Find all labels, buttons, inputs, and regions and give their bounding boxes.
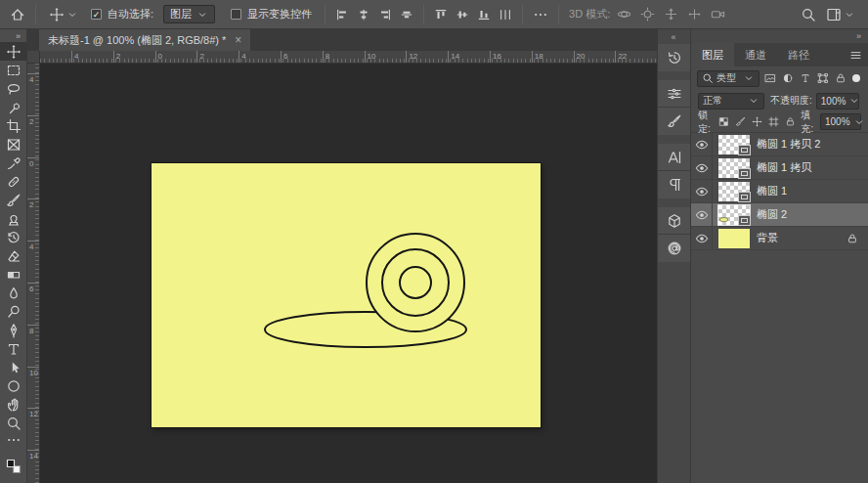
panel-tab-2[interactable]: 路径 <box>777 43 820 66</box>
move-tool-icon <box>49 7 65 22</box>
search-icon <box>702 72 714 84</box>
character-panel-button[interactable] <box>658 144 690 171</box>
align-right-icon[interactable] <box>378 8 392 22</box>
layer-visibility-toggle[interactable] <box>691 156 713 179</box>
brush-filter-icon[interactable] <box>734 115 748 129</box>
separator <box>35 5 36 24</box>
layer-filter-type-dropdown[interactable]: 类型 <box>697 70 760 87</box>
close-tab-icon[interactable]: × <box>235 34 241 46</box>
hand-tool[interactable] <box>0 395 26 414</box>
align-bottom-icon[interactable] <box>477 8 491 22</box>
glyphs-icon <box>667 241 682 256</box>
panel-tab-1[interactable]: 通道 <box>734 43 777 66</box>
layer-row[interactable]: 椭圆 2 <box>691 203 868 227</box>
pen-tool[interactable] <box>0 321 26 339</box>
halfcircle-filter-icon[interactable] <box>780 71 795 86</box>
search-icon[interactable] <box>801 7 816 22</box>
layer-visibility-toggle[interactable] <box>691 180 713 202</box>
zoom-tool[interactable] <box>0 414 26 432</box>
lasso-tool[interactable] <box>0 79 26 98</box>
ellipse-tool[interactable] <box>0 376 26 395</box>
filter-toggle[interactable] <box>852 74 860 82</box>
layer-row[interactable]: 椭圆 1 <box>691 180 868 203</box>
blur-tool[interactable] <box>0 284 26 302</box>
move-filter-icon[interactable] <box>751 115 764 129</box>
panel-collapse-button[interactable]: » <box>856 31 862 41</box>
edit-toolbar-button[interactable] <box>0 432 26 448</box>
auto-select-target-dropdown[interactable]: 图层 <box>163 5 215 23</box>
layer-lock-icon <box>846 233 858 244</box>
brush-tool[interactable] <box>0 191 26 209</box>
slide3d-icon[interactable] <box>687 7 702 22</box>
layer-visibility-toggle[interactable] <box>691 133 713 155</box>
move-tool[interactable] <box>0 42 26 61</box>
align-left-icon[interactable] <box>335 8 349 22</box>
crop-tool[interactable] <box>0 116 26 135</box>
blend-mode-dropdown[interactable]: 正常 <box>698 93 764 110</box>
smartfilter-filter-icon[interactable] <box>784 115 798 129</box>
distribute-h-icon[interactable] <box>499 8 512 22</box>
align-top-icon[interactable] <box>434 8 448 22</box>
toolstrip-collapse-button[interactable]: » <box>0 29 26 42</box>
roll3d-icon[interactable] <box>640 7 655 22</box>
artboard-filter-icon[interactable] <box>767 115 781 129</box>
ruler-label: 18 <box>535 52 543 61</box>
layer-visibility-toggle[interactable] <box>691 203 713 226</box>
camera3d-icon[interactable] <box>711 7 725 22</box>
ruler-label: 22 <box>618 52 627 61</box>
show-transform-label: 显示变换控件 <box>247 7 312 22</box>
document-tab[interactable]: 未标题-1 @ 100% (椭圆 2, RGB/8#) * × <box>39 29 250 51</box>
color-swatches[interactable] <box>0 450 26 483</box>
eyedropper-tool[interactable] <box>0 154 26 172</box>
layer-thumbnail[interactable] <box>718 135 750 154</box>
paragraph-panel-button[interactable] <box>658 171 690 198</box>
quick-selection-tool[interactable] <box>0 98 26 116</box>
auto-select-checkbox[interactable]: ✓ 自动选择: <box>88 5 156 23</box>
orbit3d-icon[interactable] <box>617 7 631 22</box>
home-icon[interactable] <box>10 7 25 22</box>
panel-menu-icon[interactable] <box>849 43 868 66</box>
opacity-dropdown[interactable]: 100% <box>816 93 859 110</box>
fill-dropdown[interactable]: 100% <box>820 113 861 130</box>
dodge-tool[interactable] <box>0 302 26 321</box>
clone-stamp-tool[interactable] <box>0 209 26 228</box>
panel-tab-0[interactable]: 图层 <box>691 43 734 66</box>
frame-tool[interactable] <box>0 135 26 154</box>
lockcheck-filter-icon[interactable] <box>717 115 731 129</box>
path-selection-tool[interactable] <box>0 358 26 376</box>
brush-settings-panel-button[interactable] <box>658 80 690 108</box>
more-options-icon[interactable] <box>533 7 548 22</box>
type-tool[interactable] <box>0 339 26 358</box>
eraser-tool[interactable] <box>0 246 26 265</box>
shapefilter-filter-icon[interactable] <box>815 71 830 86</box>
gradient-tool[interactable] <box>0 265 26 284</box>
layer-thumbnail[interactable] <box>718 158 750 178</box>
healing-brush-tool[interactable] <box>0 172 26 191</box>
layer-row[interactable]: 椭圆 1 拷贝 <box>691 156 868 180</box>
canvas[interactable] <box>152 163 541 427</box>
history-brush-tool[interactable] <box>0 228 26 246</box>
show-transform-checkbox[interactable]: 显示变换控件 <box>228 5 315 23</box>
layer-thumbnail[interactable] <box>718 182 750 201</box>
align-vcenter-icon[interactable] <box>400 8 413 22</box>
layer-visibility-toggle[interactable] <box>691 227 713 249</box>
blend-mode-value: 正常 <box>703 94 722 108</box>
marquee-tool[interactable] <box>0 61 26 79</box>
workspace-switcher[interactable] <box>823 5 858 24</box>
glyphs-panel-button[interactable] <box>658 235 690 262</box>
cube3d-panel-button[interactable] <box>658 207 690 235</box>
layer-row[interactable]: 背景 <box>691 227 868 250</box>
dock-expand-button[interactable]: « <box>658 29 690 44</box>
history-panel-button[interactable] <box>658 44 690 71</box>
smartfilter-filter-icon[interactable] <box>833 71 847 86</box>
picture-filter-icon[interactable] <box>762 71 777 86</box>
align-hcenter-icon[interactable] <box>357 8 370 22</box>
pan3d-icon[interactable] <box>664 7 678 22</box>
typefilter-filter-icon[interactable] <box>798 71 812 86</box>
tool-preset-button[interactable] <box>46 5 81 24</box>
align-middle-icon[interactable] <box>456 8 469 22</box>
brushes-panel-button[interactable] <box>658 108 690 135</box>
layer-row[interactable]: 椭圆 1 拷贝 2 <box>691 133 868 156</box>
layer-thumbnail[interactable] <box>718 229 750 248</box>
layer-thumbnail[interactable] <box>718 205 750 225</box>
